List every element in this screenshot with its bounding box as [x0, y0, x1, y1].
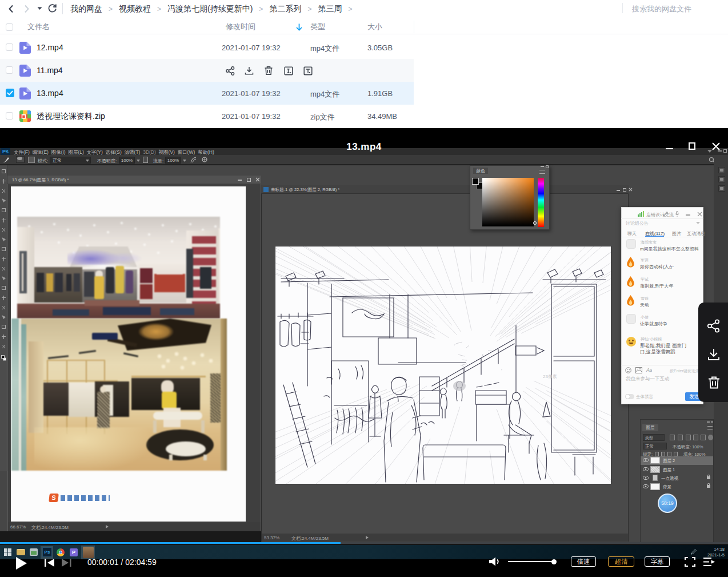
svg-text:23像素: 23像素 — [543, 374, 557, 379]
